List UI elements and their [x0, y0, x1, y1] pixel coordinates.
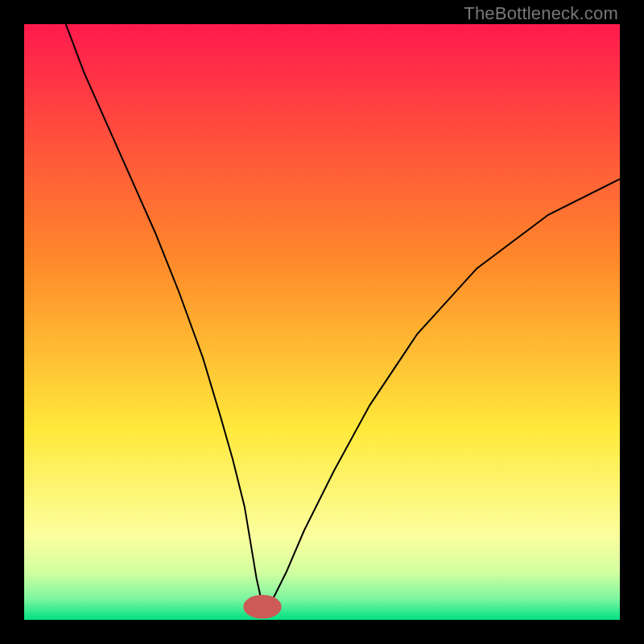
chart-outer: TheBottleneck.com: [0, 0, 644, 644]
plot-area: [24, 24, 620, 620]
watermark-text: TheBottleneck.com: [464, 3, 618, 24]
chart-svg: [24, 24, 620, 620]
minimum-marker: [243, 595, 281, 619]
gradient-background: [24, 24, 620, 620]
